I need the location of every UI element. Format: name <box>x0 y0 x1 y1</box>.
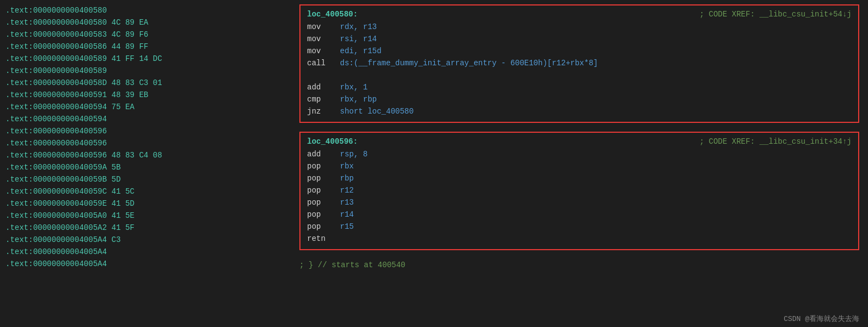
addr: .text:00000000004005A4 <box>5 235 107 244</box>
operands: rdx, r13 <box>340 21 377 33</box>
footer-comment: ; } // starts at 400540 <box>299 259 859 271</box>
code-line: poprbx <box>307 160 852 172</box>
mnemonic: jnz <box>307 105 340 117</box>
left-line: .text:00000000004005A0 41 5E <box>5 210 285 222</box>
addr: .text:0000000000400591 <box>5 91 107 99</box>
left-line: .text:000000000040059B 5D <box>5 173 285 185</box>
code-line: retn <box>307 233 852 245</box>
left-line: .text:000000000040058D 48 83 C3 01 <box>5 77 285 89</box>
bytes: 5D <box>111 175 121 184</box>
box1-label: loc_400580: <box>307 10 358 19</box>
mnemonic: mov <box>307 33 340 45</box>
code-line: addrbx, 1 <box>307 81 852 93</box>
left-line: .text:0000000000400583 4C 89 F6 <box>5 29 285 41</box>
code-line: popr13 <box>307 196 852 208</box>
left-line: .text:0000000000400586 44 89 FF <box>5 41 285 53</box>
left-line: .text:0000000000400589 <box>5 65 285 77</box>
addr: .text:0000000000400586 <box>5 42 107 51</box>
left-line: .text:000000000040059C 41 5C <box>5 185 285 198</box>
left-line: .text:0000000000400594 75 EA <box>5 101 285 113</box>
bytes: 41 5E <box>111 211 134 220</box>
operands: rbx <box>340 160 354 172</box>
box1-lines: movrdx, r13movrsi, r14movedi, r15dcallds… <box>307 21 852 117</box>
left-line: .text:0000000000400596 48 83 C4 08 <box>5 149 285 161</box>
addr: .text:0000000000400596 <box>5 151 107 160</box>
left-line: .text:00000000004005A4 <box>5 258 285 270</box>
mnemonic: call <box>307 57 340 69</box>
code-line: cmprbx, rbp <box>307 93 852 105</box>
addr: .text:0000000000400594 <box>5 115 107 123</box>
bytes: 4C 89 EA <box>111 18 148 27</box>
mnemonic: pop <box>307 221 340 233</box>
addr: .text:000000000040059C <box>5 187 107 196</box>
left-panel: .text:0000000000400580.text:000000000040… <box>0 0 291 327</box>
operands: rbx, 1 <box>340 81 367 93</box>
addr: .text:00000000004005A4 <box>5 260 107 268</box>
left-line: .text:00000000004005A4 C3 <box>5 234 285 246</box>
mnemonic: pop <box>307 196 340 208</box>
bytes: 5B <box>111 163 121 172</box>
addr: .text:0000000000400589 <box>5 66 107 75</box>
code-line <box>307 69 852 81</box>
operands: rsp, 8 <box>340 148 367 160</box>
operands: rbx, rbp <box>340 93 377 105</box>
operands: r12 <box>340 184 354 196</box>
box1-header: loc_400580: ; CODE XREF: __libc_csu_init… <box>307 10 852 19</box>
left-line: .text:0000000000400596 <box>5 137 285 149</box>
code-line: poprbp <box>307 172 852 184</box>
box2-header: loc_400596: ; CODE XREF: __libc_csu_init… <box>307 137 852 146</box>
mnemonic: pop <box>307 160 340 172</box>
bytes: 41 5F <box>111 223 134 232</box>
addr: .text:0000000000400594 <box>5 103 107 111</box>
code-line: movedi, r15d <box>307 45 852 57</box>
operands: edi, r15d <box>340 45 382 57</box>
bytes: 41 5C <box>111 187 134 196</box>
watermark: CSDN @看海就会失去海 <box>784 314 859 324</box>
addr: .text:0000000000400580 <box>5 18 107 27</box>
left-line: .text:00000000004005A4 <box>5 246 285 258</box>
bytes: 48 39 EB <box>111 91 148 99</box>
bytes: 4C 89 F6 <box>111 30 148 39</box>
addr: .text:00000000004005A4 <box>5 247 107 256</box>
addr: .text:0000000000400596 <box>5 127 107 136</box>
left-line: .text:0000000000400580 <box>5 4 285 16</box>
addr: .text:0000000000400580 <box>5 6 107 15</box>
addr: .text:0000000000400589 <box>5 54 107 63</box>
addr: .text:000000000040059E <box>5 199 107 208</box>
operands: r14 <box>340 208 354 221</box>
mnemonic: mov <box>307 45 340 57</box>
mnemonic: mov <box>307 21 340 33</box>
left-line: .text:000000000040059A 5B <box>5 161 285 173</box>
addr: .text:000000000040059B <box>5 175 107 184</box>
operands: ds:(__frame_dummy_init_array_entry - 600… <box>340 57 598 69</box>
mnemonic: cmp <box>307 93 340 105</box>
left-line: .text:0000000000400591 48 39 EB <box>5 89 285 101</box>
mnemonic: pop <box>307 184 340 196</box>
code-line: callds:(__frame_dummy_init_array_entry -… <box>307 57 852 69</box>
addr: .text:00000000004005A2 <box>5 223 107 232</box>
operands: short loc_400580 <box>340 105 413 117</box>
left-line: .text:0000000000400594 <box>5 113 285 125</box>
code-line: jnzshort loc_400580 <box>307 105 852 117</box>
code-line: movrdx, r13 <box>307 21 852 33</box>
bytes: 44 89 FF <box>111 42 148 51</box>
operands: r13 <box>340 196 354 208</box>
operands: rsi, r14 <box>340 33 377 45</box>
code-box-2: loc_400596: ; CODE XREF: __libc_csu_init… <box>299 132 859 250</box>
code-box-1: loc_400580: ; CODE XREF: __libc_csu_init… <box>299 4 859 123</box>
bytes: 75 EA <box>111 103 134 111</box>
bytes: 41 FF 14 DC <box>111 54 162 63</box>
left-line: .text:00000000004005A2 41 5F <box>5 222 285 234</box>
code-line: addrsp, 8 <box>307 148 852 160</box>
addr: .text:000000000040059A <box>5 163 107 172</box>
right-panel: loc_400580: ; CODE XREF: __libc_csu_init… <box>291 0 868 327</box>
mnemonic: add <box>307 81 340 93</box>
bytes: C3 <box>111 235 121 244</box>
mnemonic: pop <box>307 208 340 221</box>
box1-xref: ; CODE XREF: __libc_csu_init+54↓j <box>700 10 852 19</box>
bytes: 41 5D <box>111 199 134 208</box>
code-line: popr12 <box>307 184 852 196</box>
addr: .text:000000000040058D <box>5 78 107 87</box>
box2-lines: addrsp, 8poprbxpoprbppopr12popr13popr14p… <box>307 148 852 245</box>
addr: .text:0000000000400596 <box>5 139 107 148</box>
